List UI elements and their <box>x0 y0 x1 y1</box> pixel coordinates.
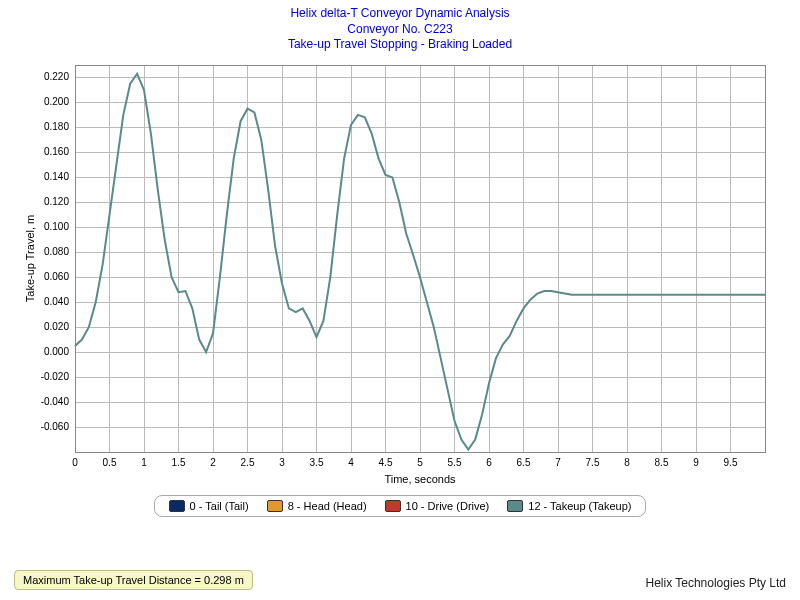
svg-text:0.100: 0.100 <box>44 221 69 232</box>
svg-text:0.220: 0.220 <box>44 71 69 82</box>
legend-swatch <box>169 500 185 512</box>
svg-text:1: 1 <box>141 457 147 468</box>
svg-text:6: 6 <box>486 457 492 468</box>
svg-text:6.5: 6.5 <box>517 457 531 468</box>
legend-item: 0 - Tail (Tail) <box>169 500 249 512</box>
svg-text:3: 3 <box>279 457 285 468</box>
legend-item: 10 - Drive (Drive) <box>385 500 490 512</box>
svg-text:0.120: 0.120 <box>44 196 69 207</box>
svg-text:1.5: 1.5 <box>172 457 186 468</box>
svg-text:5: 5 <box>417 457 423 468</box>
svg-text:7.5: 7.5 <box>586 457 600 468</box>
title-line-3: Take-up Travel Stopping - Braking Loaded <box>0 37 800 53</box>
svg-text:8: 8 <box>624 457 630 468</box>
svg-text:4.5: 4.5 <box>379 457 393 468</box>
title-line-2: Conveyor No. C223 <box>0 22 800 38</box>
chart-titles: Helix delta-T Conveyor Dynamic Analysis … <box>0 0 800 53</box>
legend: 0 - Tail (Tail)8 - Head (Head)10 - Drive… <box>154 495 647 517</box>
svg-text:0.160: 0.160 <box>44 146 69 157</box>
chart-svg: 00.511.522.533.544.555.566.577.588.599.5… <box>20 57 780 487</box>
svg-text:8.5: 8.5 <box>655 457 669 468</box>
y-axis-label: Take-up Travel, m <box>24 215 36 302</box>
svg-text:0.080: 0.080 <box>44 246 69 257</box>
svg-text:3.5: 3.5 <box>310 457 324 468</box>
svg-text:0.000: 0.000 <box>44 346 69 357</box>
legend-swatch <box>267 500 283 512</box>
svg-text:0.140: 0.140 <box>44 171 69 182</box>
legend-label: 0 - Tail (Tail) <box>190 500 249 512</box>
svg-text:2.5: 2.5 <box>241 457 255 468</box>
brand-label: Helix Technologies Pty Ltd <box>645 576 786 590</box>
svg-text:-0.060: -0.060 <box>41 421 70 432</box>
svg-text:2: 2 <box>210 457 216 468</box>
legend-label: 10 - Drive (Drive) <box>406 500 490 512</box>
legend-label: 12 - Takeup (Takeup) <box>528 500 631 512</box>
svg-text:0.5: 0.5 <box>103 457 117 468</box>
title-line-1: Helix delta-T Conveyor Dynamic Analysis <box>0 6 800 22</box>
legend-item: 12 - Takeup (Takeup) <box>507 500 631 512</box>
svg-text:0.040: 0.040 <box>44 296 69 307</box>
svg-text:0.180: 0.180 <box>44 121 69 132</box>
legend-container: 0 - Tail (Tail)8 - Head (Head)10 - Drive… <box>0 495 800 517</box>
max-travel-status: Maximum Take-up Travel Distance = 0.298 … <box>14 570 253 590</box>
svg-text:9: 9 <box>693 457 699 468</box>
legend-swatch <box>507 500 523 512</box>
svg-text:0.060: 0.060 <box>44 271 69 282</box>
legend-item: 8 - Head (Head) <box>267 500 367 512</box>
chart-area: 00.511.522.533.544.555.566.577.588.599.5… <box>20 57 780 487</box>
legend-label: 8 - Head (Head) <box>288 500 367 512</box>
status-bar: Maximum Take-up Travel Distance = 0.298 … <box>14 570 253 590</box>
svg-text:0: 0 <box>72 457 78 468</box>
svg-text:9.5: 9.5 <box>724 457 738 468</box>
svg-text:5.5: 5.5 <box>448 457 462 468</box>
svg-text:7: 7 <box>555 457 561 468</box>
svg-text:0.020: 0.020 <box>44 321 69 332</box>
svg-text:0.200: 0.200 <box>44 96 69 107</box>
legend-swatch <box>385 500 401 512</box>
svg-text:-0.020: -0.020 <box>41 371 70 382</box>
svg-text:4: 4 <box>348 457 354 468</box>
svg-text:-0.040: -0.040 <box>41 396 70 407</box>
x-axis-label: Time, seconds <box>384 473 456 485</box>
